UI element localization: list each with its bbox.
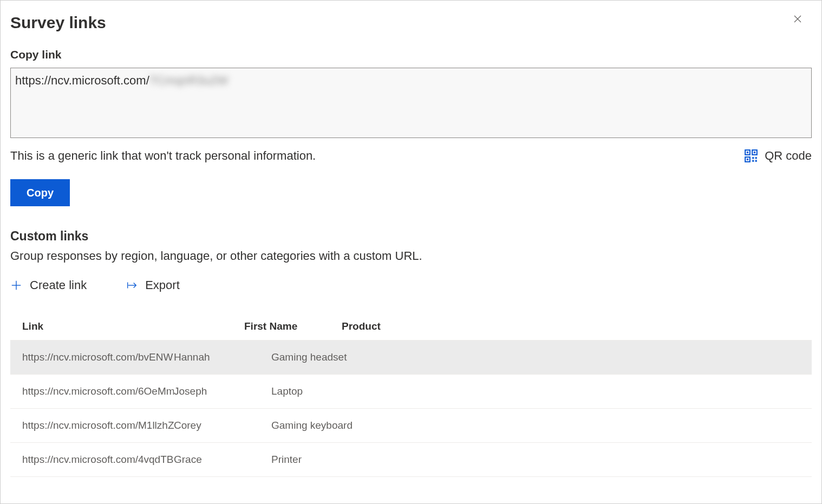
create-link-button[interactable]: Create link <box>10 278 87 292</box>
col-header-product: Product <box>342 320 800 332</box>
table-row[interactable]: https://ncv.microsoft.com/M1llzhZCoreyGa… <box>10 409 812 443</box>
cell-product: Printer <box>271 454 800 466</box>
cell-link: https://ncv.microsoft.com/bvENW <box>22 351 174 363</box>
cell-product: Laptop <box>271 385 800 397</box>
export-icon <box>126 279 138 291</box>
svg-rect-11 <box>755 160 757 162</box>
custom-links-actions: Create link Export <box>10 278 812 292</box>
cell-firstname: Hannah <box>174 351 271 363</box>
export-button[interactable]: Export <box>126 278 180 292</box>
url-blurred-part: TCmqnR3u2W <box>149 74 228 87</box>
export-label: Export <box>145 278 180 292</box>
copy-link-description-row: This is a generic link that won't track … <box>10 149 812 163</box>
svg-rect-5 <box>754 152 755 153</box>
col-header-firstname: First Name <box>244 320 342 332</box>
qr-code-icon <box>744 149 758 163</box>
svg-rect-10 <box>752 160 754 162</box>
custom-links-description: Group responses by region, language, or … <box>10 249 812 263</box>
cell-firstname: Corey <box>174 420 271 431</box>
cell-firstname: Joseph <box>174 385 271 397</box>
copy-button[interactable]: Copy <box>10 179 70 206</box>
plus-icon <box>10 279 22 291</box>
dialog-title: Survey links <box>10 14 812 32</box>
qr-code-label: QR code <box>765 149 812 163</box>
cell-product: Gaming headset <box>271 351 800 363</box>
copy-link-label: Copy link <box>10 48 812 61</box>
svg-rect-9 <box>755 157 757 159</box>
url-prefix: https://ncv.microsoft.com/ <box>15 74 149 87</box>
table-header: Link First Name Product <box>10 313 812 341</box>
svg-rect-7 <box>747 159 748 160</box>
cell-link: https://ncv.microsoft.com/4vqdTB <box>22 454 174 466</box>
table-row[interactable]: https://ncv.microsoft.com/6OeMmJosephLap… <box>10 375 812 409</box>
svg-rect-8 <box>752 157 754 159</box>
table-body: https://ncv.microsoft.com/bvENWHannahGam… <box>10 341 812 477</box>
col-header-link: Link <box>22 320 244 332</box>
cell-firstname: Grace <box>174 454 271 466</box>
cell-product: Gaming keyboard <box>271 420 800 431</box>
generic-link-description: This is a generic link that won't track … <box>10 149 316 163</box>
close-icon <box>793 14 803 24</box>
custom-links-table: Link First Name Product https://ncv.micr… <box>10 313 812 477</box>
copy-link-textbox[interactable]: https://ncv.microsoft.com/TCmqnR3u2W <box>10 68 812 138</box>
create-link-label: Create link <box>30 278 87 292</box>
cell-link: https://ncv.microsoft.com/M1llzhZ <box>22 420 174 431</box>
qr-code-button[interactable]: QR code <box>744 149 812 163</box>
table-row[interactable]: https://ncv.microsoft.com/bvENWHannahGam… <box>10 341 812 375</box>
survey-links-dialog: Survey links Copy link https://ncv.micro… <box>0 0 822 504</box>
cell-link: https://ncv.microsoft.com/6OeMm <box>22 385 174 397</box>
table-row[interactable]: https://ncv.microsoft.com/4vqdTBGracePri… <box>10 443 812 477</box>
custom-links-title: Custom links <box>10 229 812 244</box>
close-button[interactable] <box>789 10 806 28</box>
svg-rect-3 <box>747 152 748 153</box>
